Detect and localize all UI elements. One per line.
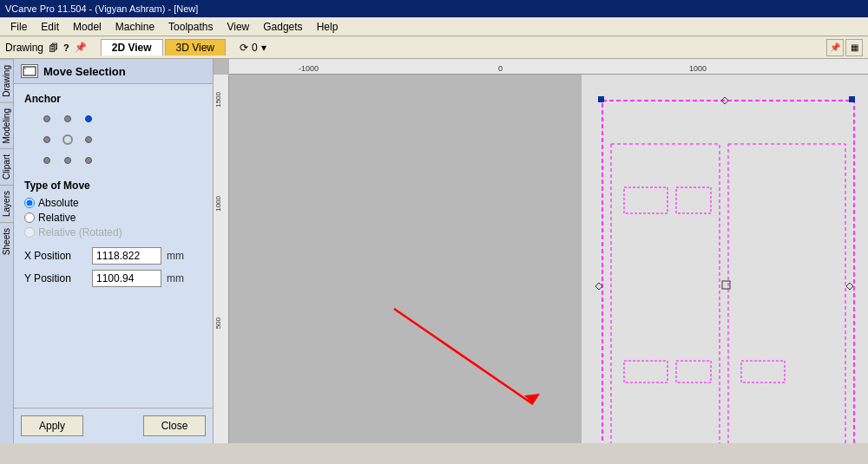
sidebar-left: Drawing Modeling Clipart Layers Sheets [0, 59, 14, 443]
ruler-label-neg1000: -1000 [299, 64, 319, 73]
svg-line-19 [394, 309, 533, 404]
panel-button-row: Apply Close [14, 408, 213, 443]
svg-rect-6 [676, 187, 711, 213]
svg-marker-17 [846, 283, 853, 290]
menu-edit[interactable]: Edit [34, 19, 66, 35]
menu-view[interactable]: View [220, 19, 256, 35]
svg-marker-16 [595, 283, 602, 290]
svg-rect-5 [624, 187, 667, 213]
svg-rect-10 [598, 96, 604, 102]
ruler-label-1000: 1000 [689, 64, 707, 73]
anchor-label: Anchor [24, 93, 202, 105]
type-of-move-label: Type of Move [24, 180, 202, 192]
toolbar: Drawing 🗐 ? 📌 2D View 3D View ⟳ 0 ▾ 📌 ▦ [0, 36, 868, 59]
x-position-unit: mm [167, 250, 184, 262]
panel-body: Anchor Type of Move Absolut [14, 84, 213, 408]
svg-rect-18 [722, 281, 730, 289]
anchor-grid [38, 110, 104, 169]
toolbar-icon-pin[interactable]: 📌 [826, 39, 844, 56]
y-position-unit: mm [167, 272, 184, 284]
menubar: File Edit Model Machine Toolpaths View G… [0, 17, 868, 36]
rotate-icon[interactable]: ⟳ [240, 42, 248, 54]
menu-model[interactable]: Model [66, 19, 108, 35]
ruler-label-0: 0 [498, 64, 503, 73]
anchor-mr[interactable] [80, 131, 97, 148]
canvas-content [229, 75, 868, 443]
panel-icon [21, 64, 38, 78]
menu-help[interactable]: Help [310, 19, 345, 35]
anchor-tc[interactable] [59, 110, 76, 127]
anchor-bl[interactable] [38, 152, 56, 169]
toolbar-drawing-label: Drawing [5, 42, 43, 54]
sidebar-tab-sheets[interactable]: Sheets [0, 222, 13, 260]
anchor-ml[interactable] [38, 131, 56, 148]
angle-dropdown-icon[interactable]: ▾ [261, 42, 266, 54]
sidebar-tab-layers[interactable]: Layers [0, 185, 13, 222]
menu-file[interactable]: File [3, 19, 34, 35]
ruler-top: -1000 0 1000 [229, 59, 868, 75]
move-type-group: Absolute Relative Relative (Rotated) [24, 197, 202, 239]
angle-display: 0 [252, 42, 258, 54]
toolbar-icon-grid[interactable]: ▦ [845, 39, 863, 56]
svg-rect-3 [611, 144, 720, 443]
y-position-row: Y Position mm [24, 270, 202, 287]
radio-relative[interactable]: Relative [24, 212, 202, 224]
move-selection-panel: Move Selection Anchor Type of Move [14, 59, 214, 443]
radio-relative-rotated[interactable]: Relative (Rotated) [24, 226, 202, 239]
close-button[interactable]: Close [143, 415, 206, 436]
radio-absolute[interactable]: Absolute [24, 197, 202, 209]
svg-rect-9 [741, 361, 785, 382]
sidebar-tab-modeling[interactable]: Modeling [0, 102, 13, 149]
menu-gadgets[interactable]: Gadgets [256, 19, 309, 35]
svg-rect-11 [849, 96, 855, 102]
canvas-svg [229, 75, 868, 443]
ruler-label-1000: 1000 [214, 196, 222, 212]
y-position-input[interactable] [92, 270, 161, 287]
toolbar-pin-icon[interactable]: 📌 [75, 42, 87, 53]
ruler-left: 1500 1000 500 [214, 75, 229, 443]
main-area: Drawing Modeling Clipart Layers Sheets M… [0, 59, 868, 443]
anchor-bc[interactable] [59, 152, 76, 169]
apply-button[interactable]: Apply [21, 415, 83, 436]
anchor-tr[interactable] [80, 110, 97, 127]
y-position-label: Y Position [24, 272, 87, 284]
svg-rect-4 [728, 144, 845, 443]
tab-2d[interactable]: 2D View [101, 39, 163, 56]
panel-title: Move Selection [43, 65, 126, 78]
anchor-mc[interactable] [59, 131, 76, 148]
menu-toolpaths[interactable]: Toolpaths [161, 19, 220, 35]
svg-rect-7 [624, 361, 667, 382]
menu-machine[interactable]: Machine [108, 19, 161, 35]
sidebar-tab-clipart[interactable]: Clipart [0, 148, 13, 185]
toolbar-doc-icon[interactable]: 🗐 [49, 42, 58, 53]
svg-rect-8 [676, 361, 711, 382]
x-position-row: X Position mm [24, 247, 202, 265]
anchor-br[interactable] [80, 152, 97, 169]
x-position-input[interactable] [92, 247, 161, 265]
ruler-label-1500: 1500 [214, 92, 222, 108]
sidebar-tab-drawing[interactable]: Drawing [0, 59, 13, 102]
title-text: VCarve Pro 11.504 - (Vigyan Ashram) - [N… [5, 3, 198, 14]
titlebar: VCarve Pro 11.504 - (Vigyan Ashram) - [N… [0, 0, 868, 17]
x-position-label: X Position [24, 250, 87, 262]
tab-3d[interactable]: 3D View [165, 39, 226, 56]
anchor-tl[interactable] [38, 110, 56, 127]
toolbar-help-btn[interactable]: ? [63, 42, 69, 53]
panel-header: Move Selection [14, 59, 213, 84]
ruler-label-500: 500 [214, 317, 222, 329]
canvas-area[interactable]: -1000 0 1000 1500 1000 500 [214, 59, 868, 443]
